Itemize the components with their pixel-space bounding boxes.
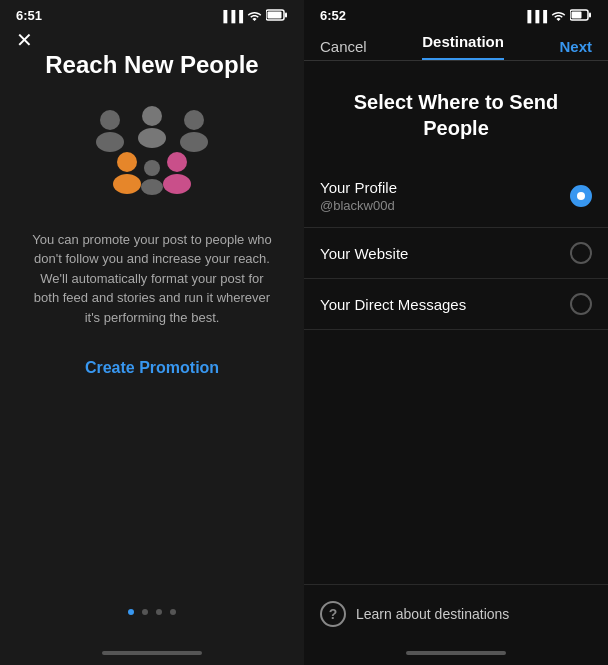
svg-point-8: [180, 132, 208, 152]
option-label-profile: Your Profile: [320, 179, 397, 196]
signal-icon: ▐▐▐: [220, 10, 243, 22]
svg-rect-16: [572, 11, 582, 18]
status-bar-right: 6:52 ▐▐▐: [304, 0, 608, 27]
dot-1: [128, 609, 134, 615]
svg-point-9: [117, 152, 137, 172]
dot-4: [170, 609, 176, 615]
svg-point-13: [144, 160, 160, 176]
svg-rect-17: [589, 12, 591, 17]
svg-rect-2: [285, 12, 287, 17]
status-bar-left: 6:51 ▐▐▐: [0, 0, 304, 27]
next-button[interactable]: Next: [559, 38, 592, 55]
nav-bar: Cancel Destination Next: [304, 27, 608, 61]
section-title: Select Where to Send People: [304, 61, 608, 165]
left-description: You can promote your post to people who …: [0, 230, 304, 328]
battery-icon-right: [570, 9, 592, 23]
radio-dm[interactable]: [570, 293, 592, 315]
radio-website[interactable]: [570, 242, 592, 264]
option-your-profile[interactable]: Your Profile @blackw00d: [304, 165, 608, 228]
svg-point-5: [142, 106, 162, 126]
option-label-dm: Your Direct Messages: [320, 296, 466, 313]
cancel-button[interactable]: Cancel: [320, 38, 367, 55]
signal-icons-left: ▐▐▐: [220, 9, 288, 23]
wifi-icon-right: [551, 9, 566, 23]
wifi-icon: [247, 9, 262, 23]
learn-more-text: Learn about destinations: [356, 606, 509, 622]
left-panel: 6:51 ▐▐▐ ✕ Reach New People: [0, 0, 304, 665]
option-left-profile: Your Profile @blackw00d: [320, 179, 397, 213]
left-title: Reach New People: [15, 51, 288, 80]
signal-icon-right: ▐▐▐: [524, 10, 547, 22]
page-dots: [128, 609, 176, 615]
create-promotion-button[interactable]: Create Promotion: [85, 359, 219, 377]
svg-point-11: [167, 152, 187, 172]
option-left-website: Your Website: [320, 245, 408, 262]
signal-icons-right: ▐▐▐: [524, 9, 592, 23]
option-left-dm: Your Direct Messages: [320, 296, 466, 313]
people-illustration: [72, 100, 232, 210]
radio-profile[interactable]: [570, 185, 592, 207]
time-right: 6:52: [320, 8, 346, 23]
svg-point-14: [141, 179, 163, 195]
option-your-website[interactable]: Your Website: [304, 228, 608, 279]
option-direct-messages[interactable]: Your Direct Messages: [304, 279, 608, 330]
option-label-website: Your Website: [320, 245, 408, 262]
close-button[interactable]: ✕: [16, 28, 33, 52]
option-sublabel-profile: @blackw00d: [320, 198, 397, 213]
dot-2: [142, 609, 148, 615]
svg-point-4: [96, 132, 124, 152]
home-indicator-left: [102, 651, 202, 655]
learn-more-icon: ?: [320, 601, 346, 627]
svg-point-10: [113, 174, 141, 194]
options-list: Your Profile @blackw00d Your Website You…: [304, 165, 608, 584]
time-left: 6:51: [16, 8, 42, 23]
dot-3: [156, 609, 162, 615]
svg-point-12: [163, 174, 191, 194]
learn-more-section[interactable]: ? Learn about destinations: [304, 584, 608, 643]
svg-rect-1: [268, 11, 282, 18]
svg-point-7: [184, 110, 204, 130]
svg-point-3: [100, 110, 120, 130]
right-panel: 6:52 ▐▐▐ Cancel Destination Next Select …: [304, 0, 608, 665]
svg-point-6: [138, 128, 166, 148]
battery-icon: [266, 9, 288, 23]
home-indicator-right: [406, 651, 506, 655]
nav-title: Destination: [422, 33, 504, 60]
